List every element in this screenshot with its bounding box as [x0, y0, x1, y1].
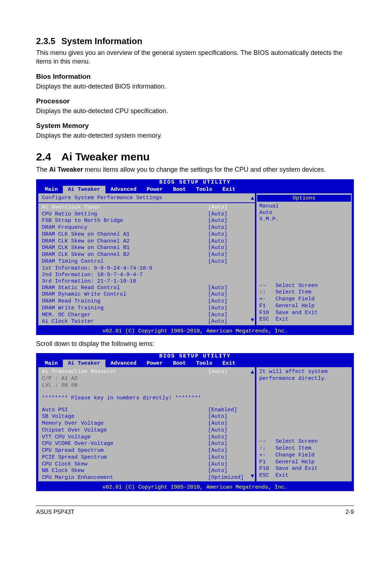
setting-row[interactable]: Memory Over Voltage[Auto] — [38, 420, 255, 427]
tab-advanced[interactable]: Advanced — [105, 360, 142, 367]
option-item[interactable]: Auto — [259, 210, 349, 216]
page-footer: ASUS P5P43T 2-9 — [36, 506, 354, 515]
sub-bios-info-text: Displays the auto-detected BIOS informat… — [36, 82, 354, 91]
tab-power[interactable]: Power — [142, 186, 168, 193]
dim-line: C/P : A1 A2 — [38, 375, 255, 382]
sub-processor-header: Processor — [36, 97, 354, 105]
setting-row[interactable]: DRAM Static Read Control[Auto] — [38, 285, 255, 292]
setting-row[interactable]: DRAM Read Training[Auto] — [38, 298, 255, 305]
setting-row[interactable]: VTT CPU Voltage[Auto] — [38, 434, 255, 441]
sub-bios-info-header: Bios Information — [36, 73, 354, 81]
key-line: ←→ Select Screen — [259, 438, 349, 445]
help-note: It will affect systemperformance directl… — [259, 369, 349, 382]
option-item[interactable]: X.M.P. — [259, 216, 349, 223]
tab-power[interactable]: Power — [142, 360, 168, 367]
triangle-down-icon: ▼ — [250, 473, 255, 479]
key-line: ESC Exit — [259, 472, 349, 479]
bios-footer: v02.61 (C) Copyright 1985-2010, American… — [36, 484, 354, 491]
bios-tabs: MainAi TweakerAdvancedPowerBootToolsExit — [36, 186, 354, 193]
section-235-intro: This menu gives you an overview of the g… — [36, 48, 354, 66]
setting-row[interactable]: DRAM CLK Skew on Channel B2[Auto] — [38, 252, 255, 258]
setting-row: Ai Transaction Boosster[Auto] — [38, 369, 255, 375]
sub-system-memory-header: System Memory — [36, 122, 354, 130]
sub-system-memory-text: Displays the auto-detected system memory… — [36, 131, 354, 140]
triangle-up-icon: ▲ — [250, 369, 255, 375]
bios-title: BIOS SETUP UTILITY — [36, 179, 354, 186]
setting-row[interactable]: Chipset Over Voltage[Auto] — [38, 427, 255, 434]
dim-line: LVL : 08 08 — [38, 382, 255, 389]
key-line: +- Change Field — [259, 452, 349, 459]
setting-row[interactable]: Ai Clock Twister[Auto] — [38, 318, 255, 325]
sub-processor-text: Displays the auto-detected CPU specifica… — [36, 107, 354, 115]
bios-tabs: MainAi TweakerAdvancedPowerBootToolsExit — [36, 360, 354, 367]
setting-row[interactable]: CPU Margin Enhancement[Optimized] — [38, 475, 255, 481]
setting-row[interactable]: CPU Ratio Setting[Auto] — [38, 211, 255, 218]
footer-left: ASUS P5P43T — [36, 509, 74, 515]
setting-row[interactable]: PCIE Spread Spectrum[Auto] — [38, 454, 255, 461]
setting-row[interactable]: Auto PSI[Enabled] — [38, 407, 255, 414]
setting-row[interactable]: DRAM CLK Skew on Channel B1[Auto] — [38, 245, 255, 252]
key-line: ↑↓ Select Item — [259, 445, 349, 452]
triangle-down-icon: ▼ — [250, 317, 255, 323]
setting-row[interactable]: CPU Clock Skew[Auto] — [38, 461, 255, 468]
scrollbar[interactable]: ▲ ▼ — [250, 193, 255, 325]
key-line: F10 Save and Exit — [259, 310, 349, 317]
footer-right: 2-9 — [346, 509, 354, 515]
tab-exit[interactable]: Exit — [217, 360, 240, 367]
option-item[interactable]: Manual — [259, 203, 349, 210]
bios1-heading: Configure System Performance Settings — [38, 195, 255, 201]
setting-row[interactable]: SB Voltage[Auto] — [38, 413, 255, 420]
bios-screenshot-1: BIOS SETUP UTILITY MainAi TweakerAdvance… — [36, 179, 354, 335]
interlude-text: Scroll down to display the following iem… — [36, 339, 354, 348]
tab-main[interactable]: Main — [40, 360, 63, 367]
section-24-header: 2.4Ai Tweaker menu — [36, 151, 354, 163]
key-line: F1 General Help — [259, 459, 349, 466]
options-header: Options — [257, 195, 351, 202]
tab-advanced[interactable]: Advanced — [105, 186, 142, 193]
stars-line: ******** Please key in numbers directly!… — [38, 394, 255, 402]
key-legend: ←→ Select Screen↑↓ Select Item+- Change … — [259, 438, 349, 479]
setting-row[interactable]: FSB Strap to North Bridge[Auto] — [38, 218, 255, 224]
tab-tools[interactable]: Tools — [191, 360, 217, 367]
tab-ai-tweaker[interactable]: Ai Tweaker — [63, 186, 105, 193]
key-line: F10 Save and Exit — [259, 465, 349, 472]
tab-ai-tweaker[interactable]: Ai Tweaker — [63, 360, 105, 367]
key-line: +- Change Field — [259, 296, 349, 303]
triangle-up-icon: ▲ — [250, 196, 255, 201]
key-line: ←→ Select Screen — [259, 283, 349, 289]
setting-row[interactable]: CPU Spread Spectrum[Auto] — [38, 447, 255, 454]
key-legend: ←→ Select Screen↑↓ Select Item+- Change … — [259, 283, 349, 323]
setting-row[interactable]: DRAM Frequency[Auto] — [38, 224, 255, 231]
setting-row[interactable]: CPU VCORE Over-Voltage[Auto] — [38, 441, 255, 447]
tab-boot[interactable]: Boot — [168, 360, 191, 367]
setting-row[interactable]: DRAM Write Training[Auto] — [38, 305, 255, 312]
setting-row[interactable]: DRAM Dynamic Write Control[Auto] — [38, 291, 255, 298]
setting-row[interactable]: DRAM CLK Skew on Channel A1[Auto] — [38, 231, 255, 238]
setting-row[interactable]: MEM. OC Charger[Auto] — [38, 312, 255, 319]
bios-title: BIOS SETUP UTILITY — [36, 353, 354, 360]
key-line: ESC Exit — [259, 316, 349, 323]
setting-row[interactable]: DRAM Timing Control[Auto] — [38, 258, 255, 265]
section-24-intro: The Ai Tweaker menu items allow you to c… — [36, 165, 354, 174]
info-line: 3rd Information: 21-7-1-10-10 — [38, 278, 255, 285]
options-list: ManualAutoX.M.P. — [259, 203, 349, 223]
setting-row[interactable]: NB Clock Skew[Auto] — [38, 468, 255, 475]
section-235-header: 2.3.5System Information — [36, 36, 354, 46]
tab-boot[interactable]: Boot — [168, 186, 191, 193]
tab-tools[interactable]: Tools — [191, 186, 217, 193]
bios-footer: v02.61 (C) Copyright 1985-2010, American… — [36, 327, 354, 335]
key-line: F1 General Help — [259, 303, 349, 310]
setting-row[interactable]: DRAM CLK Skew on Channel A2[Auto] — [38, 238, 255, 245]
tab-exit[interactable]: Exit — [217, 186, 240, 193]
scrollbar[interactable]: ▲ ▼ — [250, 367, 255, 481]
info-line: 1st Informaton: 9-9-9-24-4-74-10-5 — [38, 265, 255, 272]
info-line: 2nd Information: 10-5-7-4-9-4-7 — [38, 272, 255, 278]
setting-row[interactable]: Ai Overclock Tuner[Auto] — [38, 204, 255, 211]
bios-screenshot-2: BIOS SETUP UTILITY MainAi TweakerAdvance… — [36, 353, 354, 491]
key-line: ↑↓ Select Item — [259, 289, 349, 296]
tab-main[interactable]: Main — [40, 186, 63, 193]
